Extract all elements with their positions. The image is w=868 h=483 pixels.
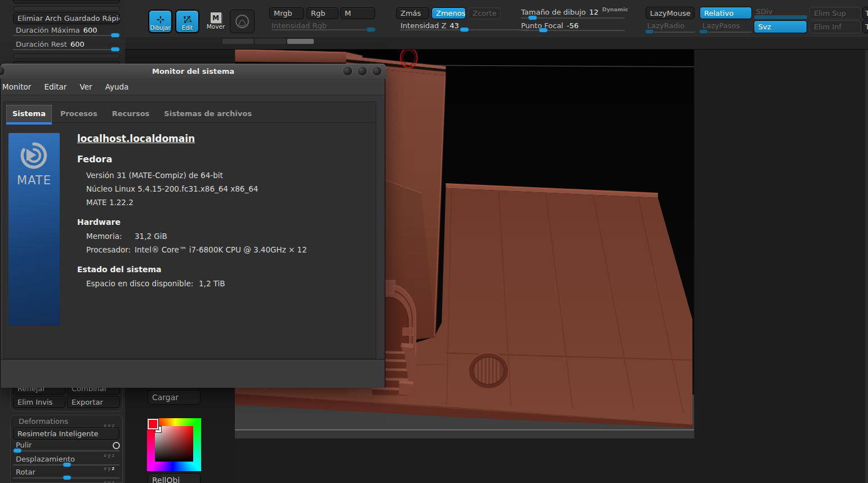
manhole-detail [469,352,509,389]
window-titlebar[interactable]: Monitor del sistema [0,64,386,79]
edit-button[interactable]: Edit [175,10,199,33]
tab-bar: Sistema Procesos Recursos Sistemas de ar… [4,102,376,123]
lazymouse-button[interactable]: LazyMouse [646,7,695,19]
distro-version: Versión 31 (MATE-Compiz) de 64-bit [86,171,223,180]
mate-logo-label: MATE [8,174,60,187]
duracion-maxima-slider[interactable] [13,35,120,36]
tab-sistemas-archivos[interactable]: Sistemas de archivos [158,105,257,122]
duracion-maxima-slider-handle[interactable] [110,33,120,38]
dynamic-toggle[interactable]: Dynamic [602,6,628,12]
distro-name: Fedora [77,154,112,165]
tray-divider-pill [13,6,120,11]
color-picker-sv-square[interactable] [155,426,193,462]
duracion-rest-slider-label: Duración Rest600 [16,40,84,48]
t-button-bottom[interactable]: T [862,20,868,33]
current-color-swatch[interactable] [148,419,158,429]
sdiv-slider-label: SDiv [756,7,773,16]
svz-button[interactable]: Svz [754,20,807,33]
menu-ver[interactable]: Ver [74,79,97,95]
tab-recursos[interactable]: Recursos [106,105,155,122]
tray-clipped-button-top[interactable] [13,0,120,3]
tray-divider-pill [13,54,120,59]
pulir-slider[interactable] [13,450,119,451]
resimetria-button[interactable]: Resimetría Inteligente [13,427,119,440]
canvas-scrollbar-segment[interactable] [255,39,286,44]
elim-invis-button[interactable]: Elim Invis [13,396,65,408]
zcorte-button[interactable]: Zcorte [468,7,501,19]
lazyradio-slider-label: LazyRadio [647,21,684,30]
window-minimize-button[interactable] [342,66,353,76]
desplazamiento-axis-toggles[interactable]: xyz [104,453,115,458]
rellobj-button[interactable]: RellObj [148,473,201,483]
clipped-axis-toggles[interactable]: xyz [104,480,115,483]
system-status-heading: Estado del sistema [77,265,161,274]
focal-shift-slider-handle[interactable] [538,28,548,33]
gyro-circle-icon [234,13,251,30]
zmas-button[interactable]: Zmás [396,7,429,19]
dibujar-label: Dibujar [150,25,170,32]
zmenos-button[interactable]: Zmenos [431,7,466,19]
window-close-button[interactable] [372,66,382,76]
hardware-heading: Hardware [77,218,121,227]
t-button-top[interactable]: T [862,7,868,19]
cpu-label: Procesador: [86,245,131,254]
gyro-button[interactable] [230,10,255,33]
intensidad-rgb-slider-label: Intensidad Rgb [271,21,327,30]
desktop-version: MATE 1.22.2 [86,198,133,207]
tab-procesos[interactable]: Procesos [55,105,103,122]
intensidad-rgb-slider[interactable] [271,29,376,30]
tab-sistema[interactable]: Sistema [7,105,51,122]
eliminar-archivo-button[interactable]: Elimiar Arch Guardado Rápido [13,12,120,24]
duracion-rest-slider-handle[interactable] [110,47,120,52]
menu-ayuda[interactable]: Ayuda [100,79,134,95]
focal-shift-slider[interactable] [521,30,625,31]
canvas-scrollbar-thumb[interactable] [287,39,314,44]
mover-button[interactable]: M Mover [206,12,225,34]
memory-value: 31,2 GiB [135,232,167,241]
rgb-button[interactable]: Rgb [306,7,339,19]
window-maximize-button[interactable] [357,66,367,76]
lazypasos-slider-handle[interactable] [699,29,708,34]
edit-transform-icon [182,15,193,25]
focal-shift-slider-label: Punto Focal-56 [521,21,578,30]
draw-size-slider-handle[interactable] [528,15,537,20]
dibujar-button[interactable]: Dibujar [148,10,172,33]
lazyradio-slider-handle[interactable] [645,29,654,34]
disk-label: Espacio en disco disponible: [86,279,193,288]
memory-label: Memoria: [86,232,122,241]
lazypasos-slider-label: LazyPasos [702,21,740,30]
pulir-mode-icon[interactable] [113,442,120,449]
canvas-scrollbar-segment[interactable] [222,39,253,44]
elim-sup-button[interactable]: Elim Sup [809,7,861,19]
relativo-button[interactable]: Relativo [700,7,752,19]
move-tool-icon: M [211,12,221,23]
m-button[interactable]: M [340,7,375,19]
rotar-slider-handle[interactable] [63,475,72,480]
elim-inf-button[interactable]: Elim Inf [809,20,861,33]
edit-label: Edit [182,25,193,32]
exportar-button[interactable]: Exportar [67,396,120,408]
disk-value: 1,2 TiB [199,279,225,288]
mrgb-button[interactable]: Mrgb [269,7,304,19]
sdiv-slider-bar[interactable] [754,15,807,19]
draw-crosshair-icon [155,15,166,25]
menu-editar[interactable]: Editar [39,79,72,95]
window-title: Monitor del sistema [0,64,386,79]
cpu-value: Intel® Core™ i7-6800K CPU @ 3.40GHz × 12 [135,245,307,254]
duracion-rest-slider[interactable] [13,49,120,50]
intensidad-rgb-slider-handle[interactable] [366,27,376,32]
rotar-axis-toggles[interactable]: xyz [104,466,115,471]
window-bottom-frame[interactable] [1,359,385,388]
cargar-button[interactable]: Cargar [148,390,201,405]
viewport-right-margin [865,50,868,483]
mate-logo-panel: MATE [8,133,60,326]
mate-logo-icon [19,141,48,170]
menu-monitor[interactable]: Monitor [1,79,36,95]
kernel-version: Núcleo Linux 5.4.15-200.fc31.x86_64 x86_… [86,184,258,193]
desplazamiento-slider-handle[interactable] [63,462,72,467]
intensidad-z-slider-handle[interactable] [460,27,469,32]
duracion-maxima-slider-label: Duración Máxima600 [16,26,97,34]
window-menubar: Monitor Editar Ver Ayuda [1,79,385,95]
intensidad-z-slider-label: Intensidad Z43 [400,21,459,30]
pulir-slider-handle[interactable] [13,448,22,453]
